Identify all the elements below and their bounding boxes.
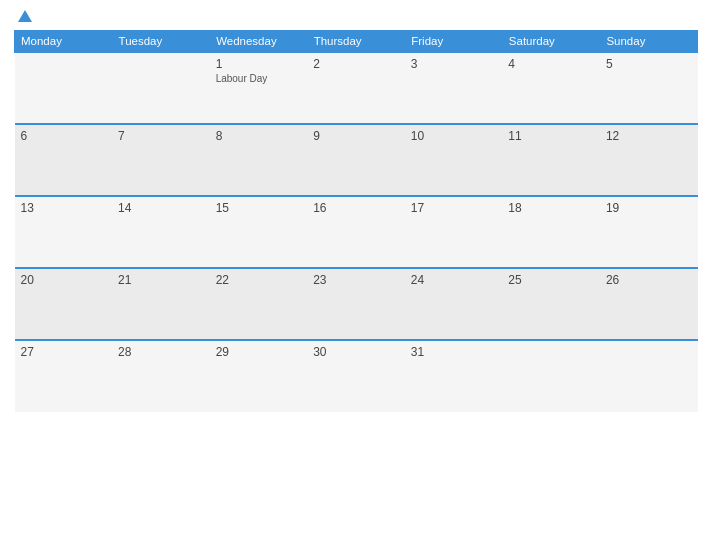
weekday-header-wednesday: Wednesday xyxy=(210,31,308,53)
calendar-week-row: 13141516171819 xyxy=(15,196,698,268)
calendar-cell: 26 xyxy=(600,268,698,340)
day-number: 13 xyxy=(21,201,34,215)
calendar-cell: 21 xyxy=(112,268,210,340)
calendar-cell: 17 xyxy=(405,196,503,268)
day-number: 5 xyxy=(606,57,613,71)
weekday-header-tuesday: Tuesday xyxy=(112,31,210,53)
calendar-cell: 25 xyxy=(502,268,600,340)
event-label: Labour Day xyxy=(216,73,268,84)
day-number: 16 xyxy=(313,201,326,215)
calendar-cell: 14 xyxy=(112,196,210,268)
logo xyxy=(14,10,32,22)
weekday-header-saturday: Saturday xyxy=(502,31,600,53)
day-number: 15 xyxy=(216,201,229,215)
calendar-week-row: 1Labour Day2345 xyxy=(15,52,698,124)
day-number: 7 xyxy=(118,129,125,143)
calendar-cell: 5 xyxy=(600,52,698,124)
day-number: 26 xyxy=(606,273,619,287)
day-number: 14 xyxy=(118,201,131,215)
day-number: 17 xyxy=(411,201,424,215)
calendar-cell: 11 xyxy=(502,124,600,196)
day-number: 23 xyxy=(313,273,326,287)
calendar-cell: 8 xyxy=(210,124,308,196)
calendar-cell: 18 xyxy=(502,196,600,268)
calendar-cell: 4 xyxy=(502,52,600,124)
calendar-week-row: 20212223242526 xyxy=(15,268,698,340)
calendar-cell xyxy=(15,52,113,124)
calendar-cell xyxy=(502,340,600,412)
day-number: 31 xyxy=(411,345,424,359)
day-number: 28 xyxy=(118,345,131,359)
weekday-header-row: MondayTuesdayWednesdayThursdayFridaySatu… xyxy=(15,31,698,53)
calendar-header: MondayTuesdayWednesdayThursdayFridaySatu… xyxy=(15,31,698,53)
calendar-week-row: 2728293031 xyxy=(15,340,698,412)
day-number: 18 xyxy=(508,201,521,215)
day-number: 10 xyxy=(411,129,424,143)
calendar-cell: 30 xyxy=(307,340,405,412)
day-number: 30 xyxy=(313,345,326,359)
day-number: 4 xyxy=(508,57,515,71)
calendar-cell: 20 xyxy=(15,268,113,340)
day-number: 29 xyxy=(216,345,229,359)
calendar-cell: 9 xyxy=(307,124,405,196)
calendar-cell: 3 xyxy=(405,52,503,124)
day-number: 25 xyxy=(508,273,521,287)
day-number: 21 xyxy=(118,273,131,287)
calendar-table: MondayTuesdayWednesdayThursdayFridaySatu… xyxy=(14,30,698,412)
weekday-header-monday: Monday xyxy=(15,31,113,53)
calendar-cell: 29 xyxy=(210,340,308,412)
day-number: 24 xyxy=(411,273,424,287)
header xyxy=(14,10,698,22)
calendar-cell: 19 xyxy=(600,196,698,268)
weekday-header-friday: Friday xyxy=(405,31,503,53)
day-number: 1 xyxy=(216,57,223,71)
calendar-cell: 2 xyxy=(307,52,405,124)
day-number: 11 xyxy=(508,129,521,143)
calendar-cell: 24 xyxy=(405,268,503,340)
calendar-cell: 31 xyxy=(405,340,503,412)
day-number: 22 xyxy=(216,273,229,287)
calendar-cell: 12 xyxy=(600,124,698,196)
calendar-body: 1Labour Day23456789101112131415161718192… xyxy=(15,52,698,412)
day-number: 12 xyxy=(606,129,619,143)
calendar-cell: 28 xyxy=(112,340,210,412)
logo-triangle-icon xyxy=(18,10,32,22)
day-number: 2 xyxy=(313,57,320,71)
day-number: 20 xyxy=(21,273,34,287)
day-number: 27 xyxy=(21,345,34,359)
calendar-cell: 23 xyxy=(307,268,405,340)
calendar-cell: 13 xyxy=(15,196,113,268)
calendar-cell: 15 xyxy=(210,196,308,268)
weekday-header-sunday: Sunday xyxy=(600,31,698,53)
day-number: 6 xyxy=(21,129,28,143)
calendar-week-row: 6789101112 xyxy=(15,124,698,196)
calendar-page: MondayTuesdayWednesdayThursdayFridaySatu… xyxy=(0,0,712,550)
calendar-cell: 6 xyxy=(15,124,113,196)
day-number: 3 xyxy=(411,57,418,71)
calendar-cell xyxy=(600,340,698,412)
day-number: 19 xyxy=(606,201,619,215)
calendar-cell xyxy=(112,52,210,124)
calendar-cell: 16 xyxy=(307,196,405,268)
calendar-cell: 27 xyxy=(15,340,113,412)
weekday-header-thursday: Thursday xyxy=(307,31,405,53)
calendar-cell: 1Labour Day xyxy=(210,52,308,124)
calendar-cell: 22 xyxy=(210,268,308,340)
calendar-cell: 10 xyxy=(405,124,503,196)
day-number: 8 xyxy=(216,129,223,143)
day-number: 9 xyxy=(313,129,320,143)
calendar-cell: 7 xyxy=(112,124,210,196)
